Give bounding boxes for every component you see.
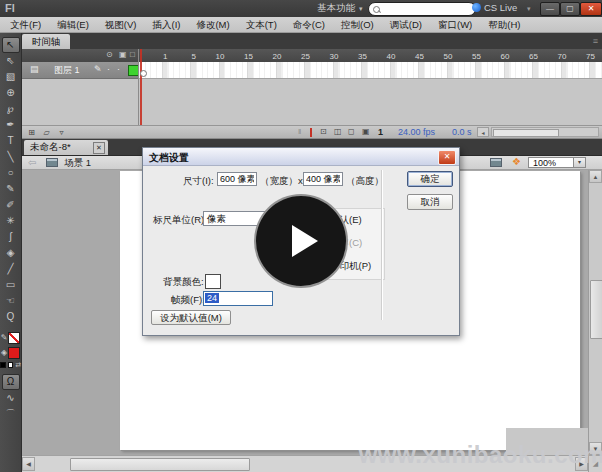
make-default-button[interactable]: 设为默认值(M) <box>151 310 231 325</box>
onion-outline-button[interactable]: ◻ <box>348 127 355 136</box>
hand-tool[interactable]: ☜ <box>2 293 20 309</box>
scroll-up-button[interactable]: ▲ <box>589 170 602 183</box>
width-input[interactable] <box>217 172 257 186</box>
menu-item[interactable]: 文件(F) <box>2 17 49 32</box>
show-hide-all-layers-icon[interactable]: ⊙ <box>106 50 113 59</box>
ruler-frame-number: 30 <box>310 50 339 62</box>
scroll-left-button[interactable]: ◀ <box>22 457 35 471</box>
minimize-button[interactable]: — <box>540 2 560 16</box>
search-input[interactable] <box>383 3 467 15</box>
layer-row[interactable]: ▤ 图层 1 ✎ · · <box>22 62 139 79</box>
cancel-button[interactable]: 取消 <box>407 194 453 210</box>
new-folder-button[interactable]: ▱ <box>40 127 53 138</box>
horizontal-scrollbar-thumb[interactable] <box>70 458 250 471</box>
onion-skin-button[interactable]: ◫ <box>334 127 342 136</box>
vertical-scrollbar[interactable]: ▲ ▼ <box>588 170 602 455</box>
current-frame-indicator: 1 <box>378 127 383 137</box>
menu-item[interactable]: 编辑(E) <box>49 17 97 32</box>
paint-bucket-tool[interactable]: ◈ <box>2 245 20 261</box>
panel-menu-icon[interactable]: ≡ <box>593 36 598 46</box>
timeline-scrollbar-thumb[interactable] <box>493 129 559 137</box>
lasso-tool[interactable]: ℘ <box>2 101 20 117</box>
menu-item[interactable]: 插入(I) <box>144 17 188 32</box>
menu-item[interactable]: 修改(M) <box>188 17 237 32</box>
swap-colors-icon[interactable]: ⇄ <box>15 361 21 369</box>
layer-lock-dot[interactable]: · <box>117 64 120 74</box>
back-arrow-icon[interactable]: ⇦ <box>28 157 36 168</box>
oval-tool[interactable]: ○ <box>2 165 20 181</box>
black-white-swap-controls[interactable]: ⇄ <box>0 360 21 370</box>
snap-to-objects-button[interactable]: Ω <box>2 374 20 390</box>
selection-tool[interactable]: ↖ <box>2 37 20 53</box>
frame-rate-indicator[interactable]: 24.00 fps <box>398 127 435 137</box>
subselection-tool[interactable]: ⇖ <box>2 53 20 69</box>
scene-label[interactable]: 场景 1 <box>64 157 91 170</box>
straighten-option[interactable]: ⌒ <box>2 406 20 422</box>
bone-tool[interactable]: ʃ <box>2 229 20 245</box>
menu-item[interactable]: 控制(O) <box>333 17 382 32</box>
layer-visibility-dot[interactable]: · <box>107 64 110 74</box>
new-layer-button[interactable]: ⊞ <box>25 127 38 138</box>
no-color-icon[interactable] <box>8 362 14 368</box>
free-transform-tool[interactable]: ▧ <box>2 69 20 85</box>
center-frame-button[interactable]: ⊡ <box>320 127 327 136</box>
vertical-scrollbar-thumb[interactable] <box>590 280 602 339</box>
eraser-tool[interactable]: ▭ <box>2 277 20 293</box>
menu-item[interactable]: 窗口(W) <box>430 17 480 32</box>
menu-bar: 文件(F)编辑(E)视图(V)插入(I)修改(M)文本(T)命令(C)控制(O)… <box>0 17 602 33</box>
menu-item[interactable]: 命令(C) <box>285 17 333 32</box>
zoom-level-select[interactable]: 100% ▾ <box>528 157 586 168</box>
restore-button[interactable]: ▢ <box>560 2 580 16</box>
menu-item[interactable]: 文本(T) <box>238 17 285 32</box>
stroke-color-swatch[interactable] <box>8 332 20 344</box>
close-window-button[interactable]: ✕ <box>580 2 602 16</box>
menu-item[interactable]: 调试(D) <box>382 17 430 32</box>
background-color-swatch[interactable] <box>205 274 221 289</box>
eyedropper-tool[interactable]: ╱ <box>2 261 20 277</box>
fill-color-swatch[interactable] <box>8 347 20 359</box>
video-play-overlay[interactable] <box>254 194 348 288</box>
outline-all-layers-icon[interactable]: □ <box>130 50 135 59</box>
line-tool[interactable]: ╲ <box>2 149 20 165</box>
edit-multiple-frames-button[interactable]: ▣ <box>362 127 370 136</box>
close-tab-icon[interactable]: ✕ <box>93 142 105 154</box>
timeline-scroll-left-button[interactable]: ◂ <box>477 127 489 137</box>
menu-item[interactable]: 视图(V) <box>97 17 145 32</box>
stroke-color-control[interactable]: ✎ <box>0 330 21 345</box>
pencil-tool[interactable]: ✎ <box>2 181 20 197</box>
chevron-down-icon[interactable]: ▾ <box>573 158 585 167</box>
ok-button[interactable]: 确定 <box>407 171 453 187</box>
color-section: ✎ ◈ ⇄ Ω ∿⌒ <box>0 330 21 422</box>
deco-tool[interactable]: ✳ <box>2 213 20 229</box>
3d-rotation-tool[interactable]: ⊕ <box>2 85 20 101</box>
cs-live-button[interactable]: CS Live <box>472 2 517 13</box>
app-logo: Fl <box>5 2 15 14</box>
frame-ruler[interactable]: 15101520253035404550556065707580 <box>139 49 602 62</box>
brush-tool[interactable]: ✐ <box>2 197 20 213</box>
timeline-scrollbar[interactable] <box>491 127 599 137</box>
smooth-option[interactable]: ∿ <box>2 390 20 406</box>
tab-timeline[interactable]: 时间轴 <box>22 34 70 49</box>
black-white-icon[interactable] <box>0 362 6 368</box>
search-box[interactable] <box>368 2 476 16</box>
playhead[interactable] <box>140 49 142 125</box>
close-dialog-button[interactable]: ✕ <box>438 150 456 165</box>
zoom-tool[interactable]: Q <box>2 309 20 325</box>
layer-name[interactable]: 图层 1 <box>54 64 80 77</box>
dialog-title-bar[interactable]: 文档设置 ✕ <box>143 148 459 166</box>
chevron-down-icon[interactable]: ▾ <box>527 5 531 13</box>
document-tab[interactable]: 未命名-8* ✕ <box>24 140 108 155</box>
text-tool[interactable]: T <box>2 133 20 149</box>
menu-item[interactable]: 帮助(H) <box>480 17 528 32</box>
height-input[interactable] <box>303 172 343 186</box>
workspace-switcher-button[interactable]: 基本功能▾ <box>311 1 369 15</box>
pencil-icon: ✎ <box>1 333 8 342</box>
lock-all-layers-icon[interactable]: ▣ <box>119 50 127 59</box>
edit-scene-button[interactable] <box>490 158 502 167</box>
edit-symbol-button[interactable]: ❖ <box>512 156 521 167</box>
fill-color-control[interactable]: ◈ <box>0 345 21 360</box>
delete-layer-button[interactable]: ▿ <box>55 127 68 138</box>
frame-rate-input[interactable]: 24 <box>203 291 273 306</box>
pen-tool[interactable]: ✒ <box>2 117 20 133</box>
frames-area[interactable] <box>139 62 602 79</box>
